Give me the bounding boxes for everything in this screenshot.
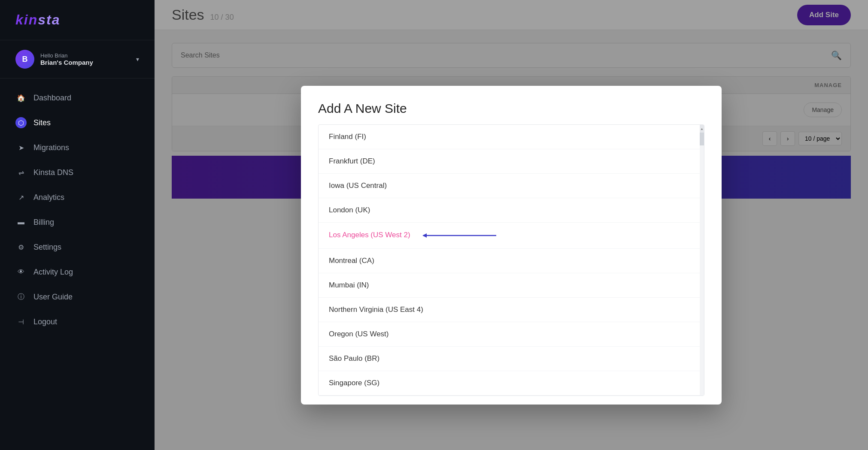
- sidebar-item-user-guide[interactable]: ⓘ User Guide: [0, 284, 155, 309]
- sidebar-item-analytics[interactable]: ↗ Analytics: [0, 185, 155, 210]
- modal-overlay: Add A New Site Finland (FI)Frankfurt (DE…: [155, 0, 868, 450]
- location-item-iowa[interactable]: Iowa (US Central): [319, 174, 704, 198]
- arrow-annotation: [419, 230, 505, 241]
- location-item-los-angeles[interactable]: Los Angeles (US West 2): [319, 223, 704, 249]
- chevron-down-icon: ▾: [136, 56, 139, 63]
- sidebar-label-analytics: Analytics: [33, 193, 64, 202]
- location-label: Los Angeles (US West 2): [329, 231, 410, 239]
- dashboard-icon: 🏠: [15, 92, 27, 103]
- svg-marker-1: [422, 233, 427, 238]
- user-info: Hello Brian Brian's Company: [40, 52, 130, 66]
- company-name: Brian's Company: [40, 59, 130, 66]
- location-item-finland[interactable]: Finland (FI): [319, 125, 704, 149]
- user-profile[interactable]: B Hello Brian Brian's Company ▾: [0, 40, 155, 79]
- location-item-montreal[interactable]: Montreal (CA): [319, 249, 704, 273]
- sidebar-item-activity-log[interactable]: 👁 Activity Log: [0, 260, 155, 284]
- location-item-sao-paulo[interactable]: São Paulo (BR): [319, 347, 704, 371]
- location-item-singapore[interactable]: Singapore (SG): [319, 371, 704, 396]
- greeting: Hello Brian: [40, 52, 130, 59]
- sidebar-label-sites: Sites: [33, 118, 51, 127]
- sidebar-label-dashboard: Dashboard: [33, 94, 71, 103]
- kinsta-dns-icon: ⇌: [15, 167, 27, 178]
- scrollbar-track: ▲: [700, 125, 704, 396]
- sidebar-label-logout: Logout: [33, 317, 57, 326]
- avatar: B: [15, 50, 34, 69]
- sidebar-label-activity-log: Activity Log: [33, 268, 73, 277]
- activity-log-icon: 👁: [15, 266, 27, 278]
- sidebar: kinsta B Hello Brian Brian's Company ▾ 🏠…: [0, 0, 155, 450]
- sidebar-item-migrations[interactable]: ➤ Migrations: [0, 135, 155, 160]
- sidebar-item-dashboard[interactable]: 🏠 Dashboard: [0, 85, 155, 110]
- logout-icon: ⊣: [15, 316, 27, 327]
- logo-text: kinsta: [15, 12, 60, 27]
- location-item-northern-virginia[interactable]: Northern Virginia (US East 4): [319, 298, 704, 322]
- sidebar-label-migrations: Migrations: [33, 143, 69, 152]
- modal-body: Finland (FI)Frankfurt (DE)Iowa (US Centr…: [301, 124, 722, 405]
- sidebar-item-logout[interactable]: ⊣ Logout: [0, 309, 155, 334]
- location-item-frankfurt[interactable]: Frankfurt (DE): [319, 149, 704, 174]
- location-list: Finland (FI)Frankfurt (DE)Iowa (US Centr…: [318, 124, 704, 396]
- location-item-oregon[interactable]: Oregon (US West): [319, 322, 704, 347]
- modal-header: Add A New Site: [301, 86, 722, 124]
- sidebar-item-kinsta-dns[interactable]: ⇌ Kinsta DNS: [0, 160, 155, 185]
- sidebar-item-settings[interactable]: ⚙ Settings: [0, 235, 155, 260]
- migrations-icon: ➤: [15, 142, 27, 153]
- sidebar-nav: 🏠 Dashboard ⬡ Sites ➤ Migrations ⇌ Kinst…: [0, 79, 155, 450]
- main-content: Sites 10 / 30 Add Site 🔍 MANAGE Manage ‹…: [155, 0, 868, 450]
- user-guide-icon: ⓘ: [15, 291, 27, 302]
- sidebar-item-sites[interactable]: ⬡ Sites: [0, 110, 155, 135]
- sidebar-item-billing[interactable]: ▬ Billing: [0, 210, 155, 235]
- location-item-london[interactable]: London (UK): [319, 198, 704, 223]
- scrollbar-up-arrow[interactable]: ▲: [700, 125, 704, 133]
- sidebar-label-kinsta-dns: Kinsta DNS: [33, 168, 73, 177]
- billing-icon: ▬: [15, 217, 27, 228]
- sidebar-label-user-guide: User Guide: [33, 293, 73, 302]
- analytics-icon: ↗: [15, 192, 27, 203]
- sites-icon: ⬡: [15, 117, 27, 128]
- sidebar-label-settings: Settings: [33, 243, 61, 252]
- settings-icon: ⚙: [15, 242, 27, 253]
- location-item-mumbai[interactable]: Mumbai (IN): [319, 273, 704, 298]
- add-site-modal: Add A New Site Finland (FI)Frankfurt (DE…: [301, 86, 722, 405]
- modal-title: Add A New Site: [318, 101, 704, 116]
- logo: kinsta: [0, 0, 155, 40]
- sidebar-label-billing: Billing: [33, 218, 54, 227]
- scrollbar-thumb[interactable]: [700, 133, 704, 145]
